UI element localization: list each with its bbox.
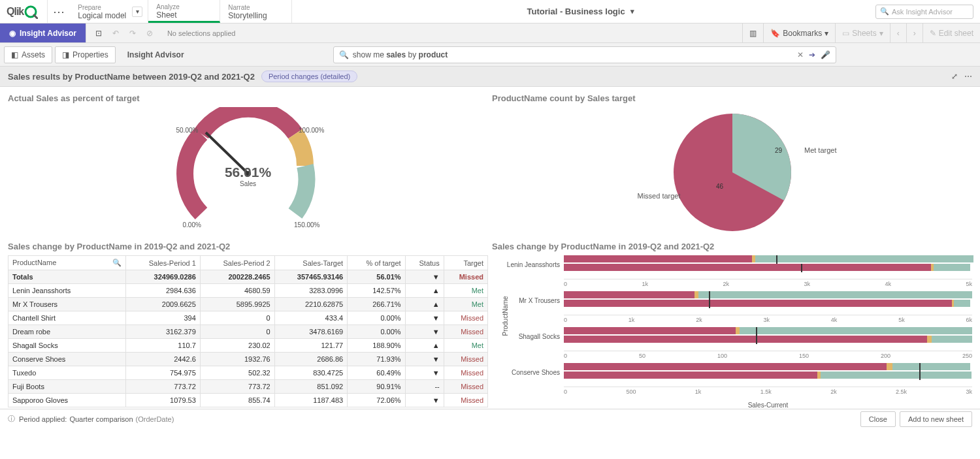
app-menu-icon[interactable]: ⋯ <box>48 0 70 23</box>
add-to-sheet-button[interactable]: Add to new sheet <box>900 411 972 427</box>
search-icon: 🔍 <box>339 50 349 59</box>
properties-button[interactable]: ◨ Properties <box>55 46 116 63</box>
mic-icon[interactable]: 🎤 <box>821 50 830 59</box>
logo: Qlik <box>0 0 48 23</box>
table-row[interactable]: Shagall Socks110.7230.02121.77188.90%▲Me… <box>8 339 488 353</box>
results-header: Sales results by ProductName between 201… <box>0 67 980 87</box>
pencil-icon: ✎ <box>930 29 936 38</box>
step-back-icon[interactable]: ↶ <box>107 29 124 38</box>
pie-chart[interactable]: 29 46 Missed target Met target <box>608 107 857 238</box>
table-row[interactable]: Mr X Trousers2009.66255895.99252210.6287… <box>8 298 488 311</box>
gauge-chart[interactable]: 56.01% Sales 0.00% 50.00% 100.00% 150.00… <box>160 107 336 234</box>
bar-row[interactable]: Mr X Trousers <box>498 291 972 309</box>
col-header[interactable]: Sales-Period 1 <box>126 256 201 270</box>
chevron-down-icon: ▾ <box>825 29 828 38</box>
svg-line-1 <box>34 15 37 18</box>
properties-icon: ◨ <box>62 50 69 59</box>
selection-tools: ⊡ ↶ ↷ ⊘ <box>86 24 162 42</box>
logo-text: Qlik <box>7 6 24 18</box>
more-icon[interactable]: ⋯ <box>964 72 972 81</box>
top-bar: Qlik ⋯ Prepare Logical model ▾ Analyze S… <box>0 0 980 24</box>
step-forward-icon[interactable]: ↷ <box>124 29 141 38</box>
fullscreen-icon[interactable]: ⤢ <box>951 72 958 81</box>
table-totals-row: Totals324969.0286200228.2465357465.93146… <box>8 270 488 284</box>
selections-tool-icon[interactable]: ▥ <box>742 24 763 42</box>
analysis-type-chip[interactable]: Period changes (detailed) <box>261 71 357 82</box>
search-icon: 🔍 <box>112 259 122 267</box>
col-header[interactable]: Status <box>405 256 444 270</box>
insight-advisor-button[interactable]: ◉ Insight Advisor <box>0 24 86 42</box>
edit-sheet-button[interactable]: ✎ Edit sheet <box>923 24 980 42</box>
svg-text:46: 46 <box>716 183 724 190</box>
search-icon: 🔍 <box>880 7 889 16</box>
table-row[interactable]: Fuji Boots773.72773.72851.09290.91%--Mis… <box>8 380 488 394</box>
gauge-card: Actual Sales as percent of target 56.01%… <box>8 93 488 238</box>
search-text: show me sales by product <box>353 50 792 59</box>
table-row[interactable]: Tuxedo754.975502.32830.472560.49%▼Missed <box>8 366 488 380</box>
bookmarks-button[interactable]: 🔖 Bookmarks ▾ <box>763 24 835 42</box>
assets-icon: ◧ <box>11 50 18 59</box>
chevron-down-icon[interactable]: ▾ <box>132 7 142 17</box>
table-card: Sales change by ProductName in 2019-Q2 a… <box>8 242 488 409</box>
chevron-down-icon: ▾ <box>879 29 883 38</box>
table-row[interactable]: Conserve Shoes2442.61932.762686.8671.93%… <box>8 353 488 366</box>
bar-axis: 05001k1.5k2k2.5k3k <box>498 387 972 395</box>
submit-icon[interactable]: ➔ <box>809 50 815 59</box>
tab-prepare[interactable]: Prepare Logical model ▾ <box>70 0 148 23</box>
bar-label: Conserve Shoes <box>498 369 564 376</box>
no-selections-label: No selections applied <box>162 24 241 42</box>
results-table[interactable]: ProductName🔍Sales-Period 1Sales-Period 2… <box>8 255 488 407</box>
pie-card: ProductName count by Sales target 29 46 … <box>492 93 972 238</box>
table-row[interactable]: Sapporoo Gloves1079.53855.741187.48372.0… <box>8 394 488 407</box>
sheets-button[interactable]: ▭ Sheets ▾ <box>835 24 889 42</box>
bars-card: Sales change by ProductName in 2019-Q2 a… <box>492 242 972 409</box>
panel-bar: ◧ Assets ◨ Properties Insight Advisor 🔍 … <box>0 43 980 67</box>
bar-row[interactable]: Shagall Socks <box>498 327 972 345</box>
bar-label: Lenin Jeansshorts <box>498 261 564 268</box>
prev-sheet-button[interactable]: ‹ <box>890 24 906 42</box>
bars-chart[interactable]: Lenin Jeansshorts01k2k3k4k5kMr X Trouser… <box>498 255 972 395</box>
tab-analyze[interactable]: Analyze Sheet <box>148 0 220 23</box>
col-header[interactable]: ProductName🔍 <box>8 256 126 270</box>
table-row[interactable]: Lenin Jeansshorts2984.6364680.593283.099… <box>8 284 488 298</box>
qlik-logo-icon <box>24 5 38 19</box>
ask-insight-input[interactable]: 🔍 Ask Insight Advisor <box>875 5 973 19</box>
bookmark-icon: 🔖 <box>770 29 780 38</box>
top-search: 🔍 Ask Insight Advisor <box>869 0 980 23</box>
bar-axis: 01k2k3k4k5k6k <box>498 315 972 323</box>
info-icon: ⓘ <box>8 414 15 424</box>
next-sheet-button[interactable]: › <box>906 24 923 42</box>
nav-tabs: Prepare Logical model ▾ Analyze Sheet Na… <box>70 0 292 23</box>
tab-narrate[interactable]: Narrate Storytelling <box>220 0 292 23</box>
smart-search-icon[interactable]: ⊡ <box>90 29 107 38</box>
toolbar: ◉ Insight Advisor ⊡ ↶ ↷ ⊘ No selections … <box>0 24 980 43</box>
bar-axis: 01k2k3k4k5k <box>498 279 972 287</box>
col-header[interactable]: Sales-Target <box>274 256 347 270</box>
chevron-down-icon: ▾ <box>630 7 634 16</box>
table-header-row: ProductName🔍Sales-Period 1Sales-Period 2… <box>8 256 488 270</box>
assets-button[interactable]: ◧ Assets <box>4 46 52 63</box>
col-header[interactable]: Sales-Period 2 <box>200 256 274 270</box>
app-title[interactable]: Tutorial - Business logic ▾ <box>292 0 869 23</box>
bar-axis: 050100150200250 <box>498 351 972 359</box>
insight-label: Insight Advisor <box>118 50 193 59</box>
sheets-icon: ▭ <box>842 29 849 38</box>
svg-text:29: 29 <box>775 147 783 154</box>
col-header[interactable]: Target <box>444 256 487 270</box>
clear-icon[interactable]: ✕ <box>797 50 804 59</box>
table-row[interactable]: Dream robe3162.37903478.61690.00%▼Missed <box>8 325 488 339</box>
insight-search-input[interactable]: 🔍 show me sales by product ✕ ➔ 🎤 <box>333 46 836 63</box>
bar-row[interactable]: Lenin Jeansshorts <box>498 255 972 274</box>
bar-row[interactable]: Conserve Shoes <box>498 363 972 381</box>
close-button[interactable]: Close <box>860 411 896 427</box>
col-header[interactable]: % of target <box>348 256 406 270</box>
table-row[interactable]: Chantell Shirt3940433.40.00%▼Missed <box>8 311 488 325</box>
results-title: Sales results by ProductName between 201… <box>8 72 255 82</box>
eye-icon: ◉ <box>9 29 16 38</box>
dashboard: Actual Sales as percent of target 56.01%… <box>0 87 980 409</box>
footer: ⓘ Period applied: Quarter comparison (Or… <box>0 409 980 428</box>
clear-selections-icon[interactable]: ⊘ <box>141 29 158 38</box>
